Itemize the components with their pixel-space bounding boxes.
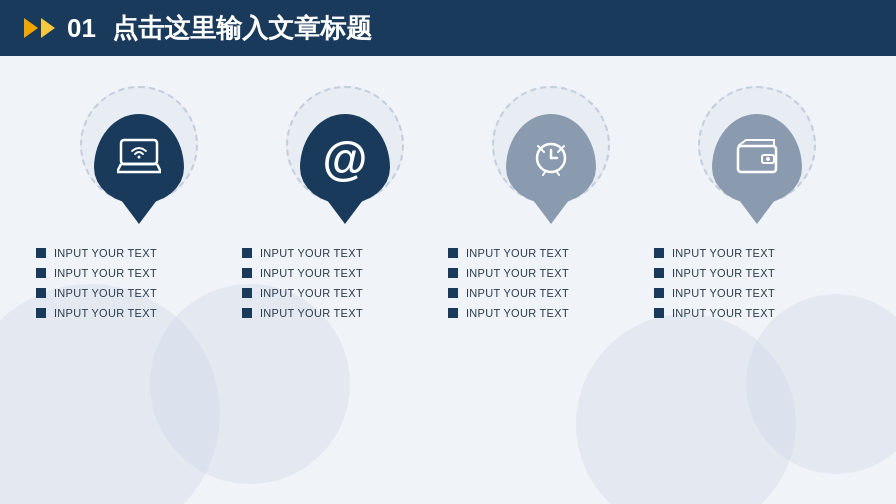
bullet-icon: [36, 288, 46, 298]
svg-point-5: [138, 156, 141, 159]
item-text: INPUT YOUR TEXT: [466, 247, 569, 259]
list-item[interactable]: INPUT YOUR TEXT: [448, 244, 654, 262]
pin-container-email: @: [290, 86, 400, 216]
item-text: INPUT YOUR TEXT: [54, 287, 157, 299]
svg-line-12: [557, 172, 559, 175]
list-item[interactable]: INPUT YOUR TEXT: [448, 304, 654, 322]
bullet-icon: [448, 308, 458, 318]
header-title[interactable]: 点击这里输入文章标题: [112, 11, 372, 46]
bullet-icon: [242, 308, 252, 318]
column-laptop: INPUT YOUR TEXT INPUT YOUR TEXT INPUT YO…: [36, 86, 242, 322]
bullet-icon: [242, 288, 252, 298]
column-clock: INPUT YOUR TEXT INPUT YOUR TEXT INPUT YO…: [448, 86, 654, 322]
bullet-icon: [448, 268, 458, 278]
bullet-icon: [654, 308, 664, 318]
text-list-laptop: INPUT YOUR TEXT INPUT YOUR TEXT INPUT YO…: [36, 244, 242, 322]
bullet-icon: [36, 248, 46, 258]
list-item[interactable]: INPUT YOUR TEXT: [448, 264, 654, 282]
item-text: INPUT YOUR TEXT: [672, 307, 775, 319]
header-bar: 01 点击这里输入文章标题: [0, 0, 896, 56]
bullet-icon: [654, 268, 664, 278]
list-item[interactable]: INPUT YOUR TEXT: [242, 244, 448, 262]
list-item[interactable]: INPUT YOUR TEXT: [448, 284, 654, 302]
bullet-icon: [654, 248, 664, 258]
item-text: INPUT YOUR TEXT: [672, 247, 775, 259]
at-sign-icon: @: [323, 136, 368, 182]
text-list-wallet: INPUT YOUR TEXT INPUT YOUR TEXT INPUT YO…: [654, 244, 860, 322]
list-item[interactable]: INPUT YOUR TEXT: [36, 304, 242, 322]
header-arrows-decoration: [24, 18, 55, 38]
list-item[interactable]: INPUT YOUR TEXT: [654, 264, 860, 282]
alarm-clock-icon: [530, 136, 572, 182]
bullet-icon: [36, 308, 46, 318]
item-text: INPUT YOUR TEXT: [260, 267, 363, 279]
list-item[interactable]: INPUT YOUR TEXT: [242, 284, 448, 302]
arrow-chevron-1: [24, 18, 38, 38]
pin-container-laptop: [84, 86, 194, 216]
svg-rect-13: [738, 146, 776, 172]
svg-line-11: [543, 172, 545, 175]
bullet-icon: [242, 248, 252, 258]
item-text: INPUT YOUR TEXT: [54, 247, 157, 259]
list-item[interactable]: INPUT YOUR TEXT: [242, 264, 448, 282]
item-text: INPUT YOUR TEXT: [466, 287, 569, 299]
arrow-chevron-2: [41, 18, 55, 38]
item-text: INPUT YOUR TEXT: [54, 307, 157, 319]
list-item[interactable]: INPUT YOUR TEXT: [36, 264, 242, 282]
bullet-icon: [36, 268, 46, 278]
list-item[interactable]: INPUT YOUR TEXT: [654, 244, 860, 262]
bullet-icon: [654, 288, 664, 298]
header-number: 01: [67, 13, 96, 44]
bullet-icon: [448, 248, 458, 258]
item-text: INPUT YOUR TEXT: [260, 307, 363, 319]
main-content: INPUT YOUR TEXT INPUT YOUR TEXT INPUT YO…: [0, 56, 896, 342]
column-email: @ INPUT YOUR TEXT INPUT YOUR TEXT INPUT …: [242, 86, 448, 322]
svg-point-15: [766, 157, 770, 161]
text-list-clock: INPUT YOUR TEXT INPUT YOUR TEXT INPUT YO…: [448, 244, 654, 322]
list-item[interactable]: INPUT YOUR TEXT: [36, 284, 242, 302]
bullet-icon: [448, 288, 458, 298]
list-item[interactable]: INPUT YOUR TEXT: [242, 304, 448, 322]
item-text: INPUT YOUR TEXT: [260, 287, 363, 299]
bullet-icon: [242, 268, 252, 278]
item-text: INPUT YOUR TEXT: [466, 267, 569, 279]
wallet-icon: [736, 138, 778, 180]
list-item[interactable]: INPUT YOUR TEXT: [654, 304, 860, 322]
text-list-email: INPUT YOUR TEXT INPUT YOUR TEXT INPUT YO…: [242, 244, 448, 322]
column-wallet: INPUT YOUR TEXT INPUT YOUR TEXT INPUT YO…: [654, 86, 860, 322]
list-item[interactable]: INPUT YOUR TEXT: [36, 244, 242, 262]
list-item[interactable]: INPUT YOUR TEXT: [654, 284, 860, 302]
item-text: INPUT YOUR TEXT: [466, 307, 569, 319]
pin-container-clock: [496, 86, 606, 216]
item-text: INPUT YOUR TEXT: [54, 267, 157, 279]
item-text: INPUT YOUR TEXT: [672, 287, 775, 299]
item-text: INPUT YOUR TEXT: [260, 247, 363, 259]
laptop-icon: [117, 138, 161, 180]
pin-container-wallet: [702, 86, 812, 216]
item-text: INPUT YOUR TEXT: [672, 267, 775, 279]
